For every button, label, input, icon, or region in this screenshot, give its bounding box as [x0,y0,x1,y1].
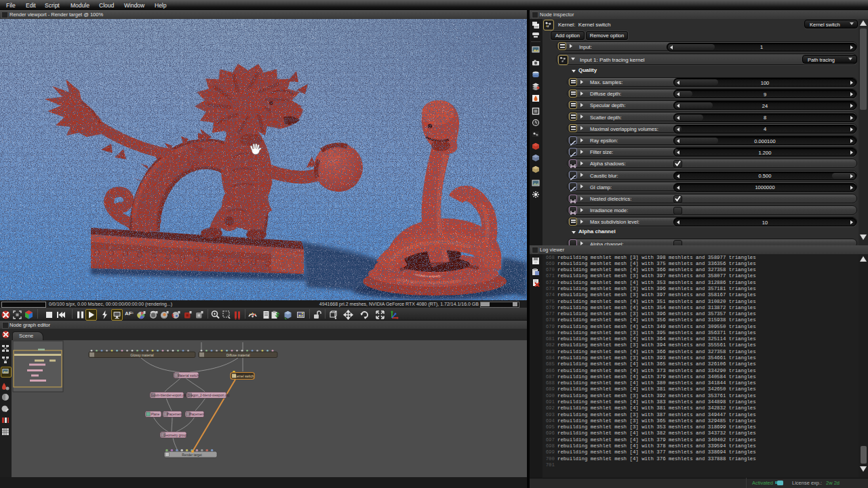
svg-text:Material switch: Material switch [178,374,199,378]
svg-text:Kernel switch: Kernel switch [235,375,254,378]
svg-text:Render target: Render target [182,453,202,457]
svg-text:Govin-blender-export.obj: Govin-blender-export.obj [151,394,187,397]
svg-text:Dragon_2-blend-viewport.obj: Dragon_2-blend-viewport.obj [188,394,230,397]
svg-text:Geometry group: Geometry group [163,434,187,437]
svg-text:Plane: Plane [151,413,160,416]
svg-text:Placement: Placement [167,413,182,416]
svg-text:Diffuse material: Diffuse material [226,353,250,357]
svg-text:Glossy material: Glossy material [130,353,153,357]
svg-text:Placement: Placement [189,413,205,416]
